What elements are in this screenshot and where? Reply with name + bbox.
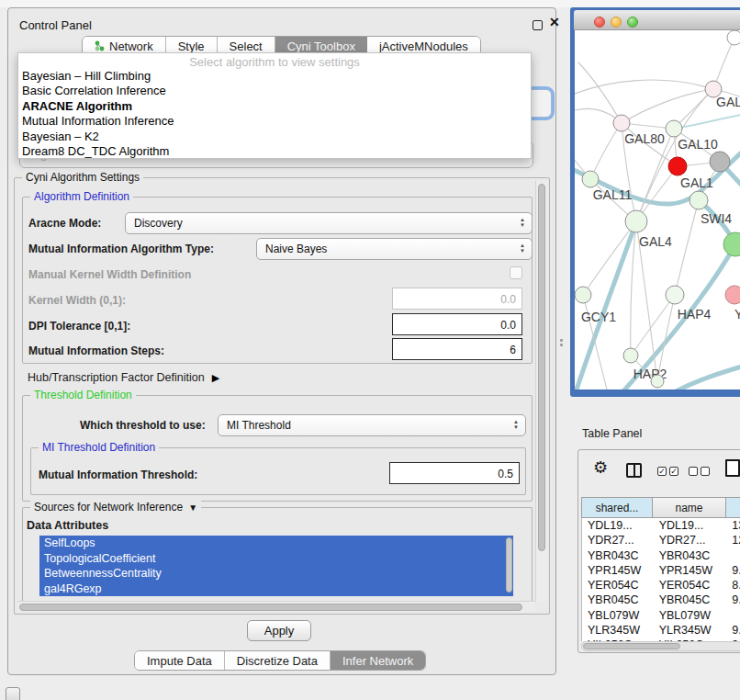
threshold-definition-title: Threshold Definition [30, 389, 136, 401]
network-node-swi4[interactable] [690, 191, 708, 209]
table-horizontal-scrollbar[interactable] [581, 641, 740, 651]
node-label: SWI4 [701, 211, 732, 226]
table-row[interactable]: YER054CYER054C8. [582, 578, 740, 593]
tab-label: Network [109, 40, 153, 53]
network-node-gal80[interactable] [613, 115, 630, 131]
mi-type-combo[interactable]: Naive Bayes ▲▼ [256, 238, 533, 260]
attribute-list-item[interactable]: gal4RGexp [39, 581, 513, 597]
close-traffic-light-icon[interactable] [594, 17, 605, 28]
menu-item[interactable]: Bayesian – K2 [18, 130, 531, 144]
column-header[interactable]: shared... [581, 497, 653, 518]
menu-item[interactable]: Mutual Information Inference [18, 114, 531, 129]
expanded-arrow-icon: ▼ [185, 502, 197, 513]
settings-horizontal-scrollbar[interactable] [17, 601, 535, 612]
mi-threshold-group-title: MI Threshold Definition [39, 441, 159, 454]
network-node-gal1[interactable] [668, 157, 687, 175]
attribute-list-item[interactable]: SelfLoops [39, 536, 513, 551]
top-strip [0, 0, 740, 7]
table-cell: YBR043C [654, 548, 727, 563]
network-edge[interactable] [578, 62, 622, 123]
column-header[interactable]: name [653, 497, 726, 518]
column-header[interactable]: A [726, 497, 740, 518]
minimize-traffic-light-icon[interactable] [611, 17, 622, 28]
menu-item[interactable]: Basic Correlation Inference [18, 84, 531, 98]
table-cell: 12 [726, 533, 740, 548]
node-label: GAL80 [624, 131, 665, 146]
network-node[interactable] [710, 152, 730, 172]
deselect-all-columns-icon[interactable] [689, 467, 710, 476]
zoom-traffic-light-icon[interactable] [627, 17, 638, 28]
panel-divider-grip[interactable] [560, 339, 565, 348]
menu-item[interactable]: Bayesian – Hill Climbing [18, 69, 531, 84]
network-node-gcy1[interactable] [575, 287, 591, 303]
table-row[interactable]: YBR045CYBR045C9. [582, 593, 740, 607]
network-node[interactable] [727, 30, 740, 45]
manual-kernel-label: Manual Kernel Width Definition [28, 268, 191, 281]
bottom-tab-discretize-data[interactable]: Discretize Data [225, 651, 331, 670]
bottom-tab-infer-network[interactable]: Infer Network [331, 651, 425, 670]
aracne-mode-combo[interactable]: Discovery ▲▼ [125, 212, 533, 234]
apply-button[interactable]: Apply [247, 620, 311, 641]
network-canvas[interactable]: GALGAL80GAL10GAL1GAL11SWI4GAL4GCY1HAP4YH… [575, 30, 740, 390]
network-window-titlebar[interactable] [574, 10, 740, 30]
attribute-list-item[interactable]: TopologicalCoefficient [39, 551, 513, 567]
network-edge[interactable] [583, 221, 636, 295]
stepper-arrows-icon: ▲▼ [520, 217, 525, 228]
network-node-gal10[interactable] [666, 120, 682, 137]
network-node-gal4[interactable] [625, 210, 647, 232]
table-hscroll-thumb[interactable] [583, 643, 680, 649]
table-row[interactable]: YPR145WYPR145W9. [582, 563, 740, 578]
gear-icon[interactable]: ⚙ [593, 457, 608, 478]
network-node[interactable] [651, 375, 664, 388]
close-window-icon[interactable]: ✕ [549, 15, 560, 29]
network-node[interactable] [723, 232, 740, 256]
sources-title-text: Sources for Network Inference [34, 501, 183, 514]
table-row[interactable]: YBR043CYBR043C [582, 548, 740, 563]
network-graph[interactable]: GALGAL80GAL10GAL1GAL11SWI4GAL4GCY1HAP4YH… [575, 30, 740, 390]
which-threshold-combo[interactable]: MI Threshold ▲▼ [218, 414, 526, 436]
hub-definition-expander[interactable]: Hub/Transcription Factor Definition▶ [28, 371, 219, 384]
checked-box-icon: ✓ [669, 467, 678, 476]
table-row[interactable]: YBL079WYBL079W [582, 608, 740, 623]
bottom-tab-bar: Impute DataDiscretize DataInfer Network [134, 650, 426, 671]
table-row[interactable]: YLR345WYLR345W9. [582, 623, 740, 638]
manual-kernel-checkbox[interactable] [510, 266, 522, 279]
table-row[interactable]: YDR27...YDR27...12 [582, 533, 740, 548]
import-table-icon[interactable] [725, 459, 740, 477]
table-header-row: shared...nameA [581, 497, 740, 518]
bottom-tab-impute-data[interactable]: Impute Data [135, 651, 225, 670]
network-node-hap4[interactable] [666, 286, 684, 304]
settings-vertical-scrollbar[interactable] [535, 181, 547, 602]
menu-item[interactable]: Dream8 DC_TDC Algorithm [18, 144, 531, 159]
node-label: GAL11 [593, 187, 633, 202]
network-node-gal11[interactable] [582, 171, 599, 187]
table-row[interactable]: YDL19...YDL19...13 [582, 518, 740, 533]
attribute-list-item[interactable]: BetweennessCentrality [39, 566, 513, 581]
settings-vscroll-thumb[interactable] [538, 184, 545, 551]
mi-threshold-field[interactable]: 0.5 [389, 462, 520, 484]
network-edge[interactable] [675, 200, 699, 295]
corner-widget-icon[interactable] [6, 687, 20, 700]
sources-group-title[interactable]: Sources for Network Inference ▼ [30, 501, 201, 514]
settings-hscroll-thumb[interactable] [19, 604, 522, 611]
menu-item[interactable]: ARACNE Algorithm [18, 99, 531, 114]
algorithm-dropdown-menu: Select algorithm to view settings Bayesi… [17, 52, 532, 159]
unchecked-box-icon [701, 467, 710, 476]
dpi-tolerance-field[interactable]: 0.0 [392, 313, 522, 335]
columns-icon[interactable] [626, 463, 642, 478]
network-edge[interactable] [672, 364, 740, 390]
network-node-hap2[interactable] [623, 348, 638, 363]
node-label: Y [734, 307, 740, 322]
network-node-y[interactable] [725, 286, 740, 304]
kernel-width-field[interactable]: 0.0 [392, 288, 522, 310]
list-scrollbar-thumb[interactable] [506, 537, 512, 593]
mi-steps-field[interactable]: 6 [392, 338, 522, 360]
float-window-icon[interactable] [533, 20, 543, 30]
mi-threshold-group: MI Threshold Definition Mutual Informati… [30, 447, 526, 495]
tab-label: Select [230, 40, 263, 53]
table-cell: YBR045C [582, 593, 654, 607]
table-cell: YLR345W [582, 623, 654, 638]
network-edge[interactable] [590, 123, 622, 179]
select-all-columns-icon[interactable]: ✓ ✓ [657, 467, 678, 476]
network-edge[interactable] [622, 89, 713, 123]
